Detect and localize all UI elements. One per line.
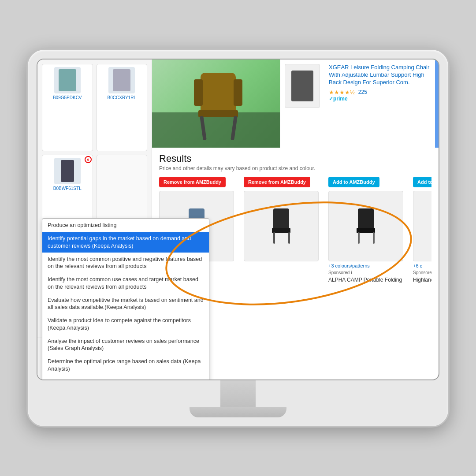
dropdown-item-0[interactable]: Produce an optimized listing — [42, 219, 152, 232]
listing-top: XGEAR Leisure Folding Camping Chair With… — [285, 64, 434, 108]
product-card-2[interactable]: B0CCXRY1RL — [97, 64, 148, 151]
dropdown-item-3[interactable]: Identify the most common use cases and t… — [42, 273, 152, 294]
screen: B09G5PDKCV B0CCXRY1RL × — [37, 59, 439, 380]
dropdown-item-8[interactable]: Determine if bundles or packaging deals … — [42, 376, 152, 379]
product-thumb-3 — [328, 191, 403, 261]
sponsored-label-3: Sponsored ℹ — [328, 270, 353, 275]
product-card-1[interactable]: B09G5PDKCV — [42, 64, 93, 151]
product-name-3: ALPHA CAMP Portable Folding — [328, 277, 402, 284]
listing-details: XGEAR Leisure Folding Camping Chair With… — [329, 64, 434, 108]
review-count: 225 — [358, 89, 367, 95]
prime-badge: ✓prime — [329, 96, 434, 102]
add-amzbuddy-button-2[interactable]: Add to AMZ — [413, 177, 431, 187]
monitor-stand-neck — [220, 380, 256, 407]
star-rating: ★★★★½ — [329, 89, 355, 96]
remove-amzbuddy-button-1[interactable]: Remove from AMZBuddy — [159, 177, 226, 187]
product-item-4: Add to AMZ +6 c Sponsored ℹ — [413, 177, 431, 284]
dropdown-item-4[interactable]: Evaluate how competitive the market is b… — [42, 294, 152, 314]
amazon-banner: XGEAR Leisure Folding Camping Chair With… — [152, 60, 439, 148]
results-title: Results — [159, 153, 431, 164]
remove-badge[interactable]: × — [85, 156, 92, 163]
dropdown-menu[interactable]: Produce an optimized listing Identify po… — [42, 218, 152, 379]
product-listing-right: XGEAR Leisure Folding Camping Chair With… — [280, 60, 439, 148]
product-id-2: B0CCXRY1RL — [108, 95, 136, 100]
dropdown-item-2[interactable]: Identify the most common positive and ne… — [42, 253, 152, 273]
product-name-4: Highlander — [413, 277, 431, 284]
product-id-3: B0BWF61STL — [53, 186, 82, 191]
dropdown-item-7[interactable]: Determine the optimal price range based … — [42, 355, 152, 376]
edge-indicator — [435, 60, 439, 148]
product-id-1: B09G5PDKCV — [53, 95, 82, 100]
product-img-1 — [54, 67, 81, 93]
monitor-stand-base — [190, 407, 286, 417]
add-amzbuddy-button-1[interactable]: Add to AMZBuddy — [328, 177, 379, 187]
sponsored-label-4: Sponsored ℹ — [413, 270, 431, 275]
results-subtitle: Price and other details may vary based o… — [159, 165, 431, 171]
dropdown-item-6[interactable]: Analyse the impact of customer reviews o… — [42, 335, 152, 355]
listing-title: XGEAR Leisure Folding Camping Chair With… — [329, 64, 434, 86]
product-img-3 — [54, 158, 81, 184]
product-item-3: Add to AMZBuddy +3 colours/patterns — [328, 177, 408, 284]
remove-amzbuddy-button-2[interactable]: Remove from AMZBuddy — [244, 177, 310, 187]
dropdown-item-1[interactable]: Identify potential gaps in the market ba… — [42, 232, 152, 253]
colors-link-3[interactable]: +3 colours/patterns — [328, 263, 370, 268]
product-img-2 — [108, 67, 135, 93]
rating-row: ★★★★½ 225 — [329, 89, 434, 96]
chair-icon-2 — [268, 208, 294, 244]
colors-link-4[interactable]: +6 c — [413, 263, 422, 268]
dropdown-item-5[interactable]: Validate a product idea to compete again… — [42, 314, 152, 335]
screen-content: B09G5PDKCV B0CCXRY1RL × — [37, 60, 439, 379]
monitor: B09G5PDKCV B0CCXRY1RL × — [26, 48, 450, 428]
sidebar: B09G5PDKCV B0CCXRY1RL × — [37, 60, 152, 379]
listing-image — [285, 64, 320, 108]
chair-icon-3 — [353, 208, 379, 244]
product-item-2: Remove from AMZBuddy — [244, 177, 323, 284]
product-thumb-2 — [244, 191, 319, 261]
product-thumb-4 — [413, 191, 431, 261]
